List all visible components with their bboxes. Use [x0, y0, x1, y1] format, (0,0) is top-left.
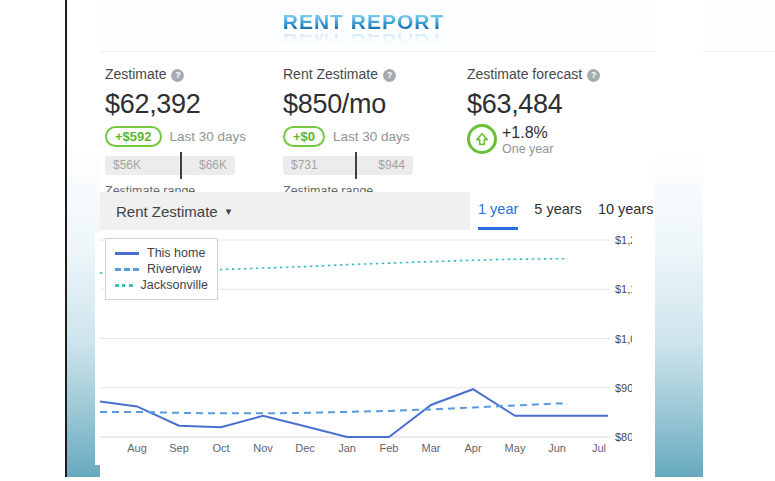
legend-item: Riverview: [115, 261, 208, 277]
rent-report-page: RENT REPORT RENT REPORT Zestimate? $62,3…: [0, 0, 775, 481]
x-tick-label: Aug: [127, 442, 147, 454]
y-tick-label: $900: [615, 382, 632, 394]
y-tick-label: $1,100: [615, 283, 632, 295]
time-range-tabs: 1 year 5 years 10 years: [478, 192, 670, 230]
help-icon[interactable]: ?: [171, 69, 184, 82]
tab-1-year[interactable]: 1 year: [478, 192, 518, 230]
stat-value: $850/mo: [283, 89, 453, 120]
rent-chart: This home Riverview Jacksonville $800$90…: [95, 232, 632, 465]
metric-dropdown-label: Rent Zestimate: [116, 203, 218, 220]
chevron-down-icon: ▾: [226, 205, 232, 218]
range-low: $56K: [113, 156, 141, 175]
metric-dropdown[interactable]: Rent Zestimate ▾: [100, 192, 470, 230]
tab-5-years[interactable]: 5 years: [534, 192, 582, 230]
forecast-note: One year: [502, 142, 553, 156]
right-gradient-strip: [655, 0, 703, 477]
chart-legend: This home Riverview Jacksonville: [105, 238, 218, 300]
range-low: $731: [291, 156, 318, 175]
page-title-wrap: RENT REPORT RENT REPORT: [95, 10, 632, 48]
page-title-reflection: RENT REPORT: [95, 34, 632, 48]
stat-label: Zestimate forecast: [467, 66, 582, 82]
range-marker: [355, 152, 357, 179]
x-tick-label: Nov: [253, 442, 273, 454]
x-tick-label: Mar: [422, 442, 441, 454]
x-tick-label: May: [505, 442, 526, 454]
y-tick-label: $1,200: [615, 234, 632, 246]
stat-label: Zestimate: [105, 66, 166, 82]
change-note: Last 30 days: [170, 129, 247, 144]
range-marker: [180, 152, 182, 179]
x-tick-label: Dec: [295, 442, 315, 454]
stat-zestimate: Zestimate? $62,392 +$592 Last 30 days $5…: [105, 66, 275, 198]
stat-zestimate-forecast: Zestimate forecast? $63,484 +1.8% One ye…: [467, 66, 637, 156]
change-badge: +$0: [283, 126, 325, 147]
range-bar: $56K $66K: [105, 156, 235, 175]
help-icon[interactable]: ?: [383, 69, 396, 82]
page-title: RENT REPORT: [95, 10, 632, 34]
change-note: Last 30 days: [333, 129, 410, 144]
legend-line-sample: [115, 268, 139, 271]
tab-10-years[interactable]: 10 years: [598, 192, 654, 230]
x-tick-label: Oct: [212, 442, 229, 454]
forecast-up-icon: [467, 124, 497, 154]
range-bar: $731 $944: [283, 156, 413, 175]
change-badge: +$592: [105, 126, 162, 147]
legend-line-sample: [115, 284, 133, 287]
range-high: $66K: [199, 156, 227, 175]
x-tick-label: Jun: [548, 442, 566, 454]
legend-item: Jacksonville: [115, 277, 208, 293]
x-tick-label: Feb: [380, 442, 399, 454]
stat-value: $62,392: [105, 89, 275, 120]
x-tick-label: Sep: [169, 442, 189, 454]
y-tick-label: $800: [615, 431, 632, 443]
stat-label: Rent Zestimate: [283, 66, 378, 82]
stat-rent-zestimate: Rent Zestimate? $850/mo +$0 Last 30 days…: [283, 66, 453, 198]
stat-value: $63,484: [467, 89, 637, 120]
x-tick-label: Jan: [338, 442, 356, 454]
range-high: $944: [378, 156, 405, 175]
x-tick-label: Apr: [464, 442, 481, 454]
forecast-change: +1.8%: [502, 124, 553, 142]
y-tick-label: $1,000: [615, 333, 632, 345]
x-tick-label: Jul: [592, 442, 606, 454]
legend-item: This home: [115, 245, 208, 261]
legend-line-sample: [115, 252, 139, 255]
help-icon[interactable]: ?: [587, 69, 600, 82]
